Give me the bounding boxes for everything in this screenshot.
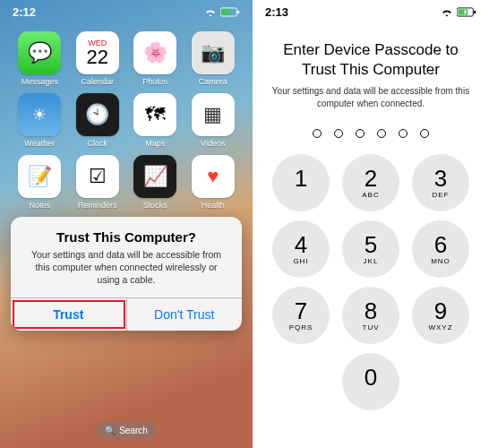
keypad-3-button[interactable]: 3DEF <box>412 154 469 211</box>
key-letters: MNO <box>431 257 450 265</box>
weather-app[interactable]: ☀︎Weather <box>14 93 65 148</box>
keypad-4-button[interactable]: 4GHI <box>272 220 330 278</box>
app-label: Weather <box>24 139 55 148</box>
trust-dialog: Trust This Computer? Your settings and d… <box>11 217 242 331</box>
svg-rect-1 <box>221 9 229 14</box>
key-letters: GHI <box>293 257 308 265</box>
calendar-app-icon: WED22 <box>76 31 119 74</box>
battery-icon <box>220 7 240 17</box>
key-letters: WXYZ <box>428 323 452 332</box>
status-icons <box>204 7 240 17</box>
maps-app[interactable]: 🗺Maps <box>130 93 181 148</box>
status-bar: 2:13 <box>253 0 489 21</box>
passcode-dot <box>420 129 429 138</box>
svg-rect-5 <box>474 11 476 14</box>
keypad-8-button[interactable]: 8TUV <box>342 287 399 344</box>
passcode-dot <box>356 129 365 138</box>
key-number: 2 <box>365 167 377 190</box>
status-time: 2:13 <box>265 5 288 19</box>
svg-rect-2 <box>237 11 239 14</box>
key-letters: ABC <box>362 191 379 199</box>
trust-button[interactable]: Trust <box>11 298 127 331</box>
app-label: Maps <box>145 139 165 148</box>
app-label: Videos <box>201 139 225 148</box>
home-screen: 2:12 💬MessagesWED22Calendar🌸Photos📷Camer… <box>0 0 253 448</box>
photos-app-icon: 🌸 <box>133 31 176 74</box>
key-number: 1 <box>295 167 307 190</box>
stocks-app-icon: 📈 <box>133 155 176 198</box>
app-label: Camera <box>199 77 227 86</box>
search-icon: 🔍 <box>105 426 116 435</box>
app-label: Health <box>202 201 225 210</box>
messages-app-icon: 💬 <box>18 31 61 74</box>
weather-app-icon: ☀︎ <box>18 93 61 136</box>
clock-app[interactable]: 🕙Clock <box>73 93 124 148</box>
health-app[interactable]: ♥Health <box>188 155 239 210</box>
dialog-title: Trust This Computer? <box>23 229 229 245</box>
key-number: 6 <box>434 233 447 256</box>
key-number: 5 <box>365 233 377 256</box>
key-number: 8 <box>365 299 377 323</box>
app-label: Stocks <box>143 201 167 210</box>
passcode-dots <box>253 129 489 138</box>
health-app-icon: ♥ <box>192 155 235 198</box>
keypad-7-button[interactable]: 7PQRS <box>272 287 330 344</box>
search-label: Search <box>119 426 148 435</box>
search-pill[interactable]: 🔍 Search <box>96 422 157 439</box>
number-keypad: 12ABC3DEF4GHI5JKL6MNO7PQRS8TUV9WXYZ0 <box>253 154 489 410</box>
keypad-0-button[interactable]: 0 <box>342 353 399 410</box>
key-letters: PQRS <box>289 323 313 332</box>
app-label: Messages <box>21 77 58 86</box>
wifi-icon <box>441 8 453 17</box>
maps-app-icon: 🗺 <box>133 93 176 136</box>
dialog-message: Your settings and data will be accessibl… <box>23 248 229 287</box>
videos-app-icon: ▦ <box>192 93 235 136</box>
status-bar: 2:12 <box>0 0 253 21</box>
key-number: 9 <box>434 299 447 323</box>
key-letters: TUV <box>363 323 380 332</box>
key-number: 7 <box>295 299 307 323</box>
key-number: 4 <box>295 233 307 256</box>
wifi-icon <box>204 8 217 17</box>
key-letters: JKL <box>364 257 379 265</box>
keypad-6-button[interactable]: 6MNO <box>412 220 469 278</box>
keypad-1-button[interactable]: 1 <box>272 154 330 211</box>
app-label: Notes <box>29 201 50 210</box>
passcode-dot <box>377 129 386 138</box>
status-time: 2:12 <box>13 5 36 19</box>
key-number: 3 <box>434 167 447 190</box>
status-icons <box>441 7 476 17</box>
key-number: 0 <box>365 366 377 389</box>
dont-trust-button[interactable]: Don't Trust <box>127 298 243 331</box>
clock-app-icon: 🕙 <box>76 93 119 136</box>
notes-app-icon: 📝 <box>18 155 61 198</box>
passcode-screen: 2:13 Enter Device Passcode to Trust This… <box>253 0 489 448</box>
camera-app[interactable]: 📷Camera <box>188 31 239 86</box>
reminders-app[interactable]: ☑︎Reminders <box>73 155 124 210</box>
passcode-dot <box>313 129 322 138</box>
messages-app[interactable]: 💬Messages <box>14 31 65 86</box>
keypad-2-button[interactable]: 2ABC <box>342 154 399 211</box>
passcode-title: Enter Device Passcode to Trust This Comp… <box>269 40 473 80</box>
keypad-9-button[interactable]: 9WXYZ <box>412 287 469 344</box>
calendar-app[interactable]: WED22Calendar <box>73 31 124 86</box>
app-label: Calendar <box>81 77 114 86</box>
app-grid: 💬MessagesWED22Calendar🌸Photos📷Camera☀︎We… <box>0 21 253 220</box>
key-letters: DEF <box>433 191 450 199</box>
app-label: Clock <box>87 139 107 148</box>
passcode-dot <box>334 129 343 138</box>
passcode-subtitle: Your settings and data will be accessibl… <box>269 85 473 109</box>
app-label: Photos <box>142 77 167 86</box>
keypad-5-button[interactable]: 5JKL <box>342 220 399 278</box>
battery-icon <box>457 7 476 17</box>
photos-app[interactable]: 🌸Photos <box>130 31 181 86</box>
reminders-app-icon: ☑︎ <box>76 155 119 198</box>
camera-app-icon: 📷 <box>192 31 235 74</box>
passcode-dot <box>399 129 408 138</box>
stocks-app[interactable]: 📈Stocks <box>130 155 181 210</box>
videos-app[interactable]: ▦Videos <box>188 93 239 148</box>
notes-app[interactable]: 📝Notes <box>14 155 65 210</box>
app-label: Reminders <box>78 201 117 210</box>
